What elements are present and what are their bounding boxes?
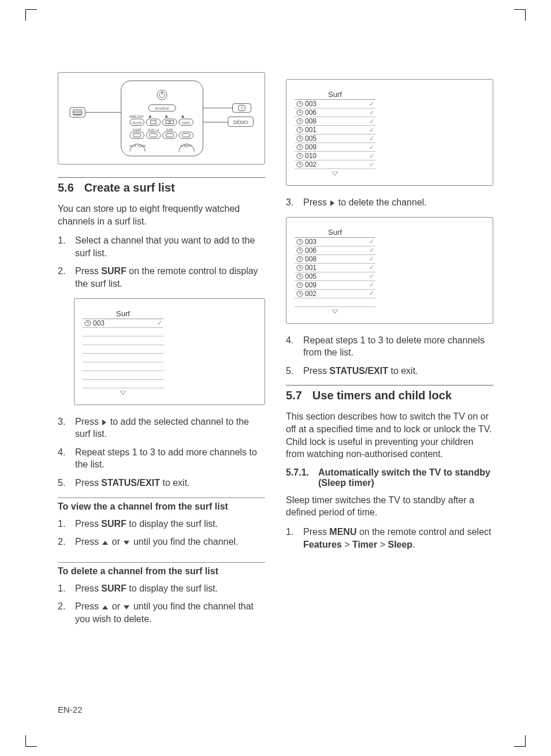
step-item: 5. Press STATUS/EXIT to exit. — [286, 365, 493, 377]
svg-text:ON/OFF: ON/OFF — [132, 121, 142, 124]
clock-icon — [296, 247, 304, 254]
surf-row: 006✓ — [295, 108, 375, 117]
step-item: 4. Repeat steps 1 to 3 to delete more ch… — [286, 334, 493, 359]
checkmark-icon: ✓ — [369, 100, 374, 108]
triangle-down-icon — [122, 537, 131, 547]
checkmark-icon: ✓ — [369, 126, 374, 134]
triangle-down-icon — [122, 601, 131, 611]
surf-channel-number: 006 — [304, 108, 369, 117]
subsection-5-7-1-heading: 5.7.1. Automatically switch the TV to st… — [286, 467, 493, 488]
svg-text:DUAL I-II: DUAL I-II — [148, 129, 159, 132]
svg-text:DEMO: DEMO — [182, 121, 190, 124]
surf-list-box: Surf 003✓ — [83, 309, 163, 398]
step-item: 1. Press MENU on the remote control and … — [286, 526, 493, 551]
surf-channel-number: 008 — [304, 255, 369, 263]
create-surf-steps-2: 3. Press to add the selected channel to … — [58, 416, 265, 489]
surf-list-box: Surf 003✓006✓008✓001✓005✓009✓002✓ — [295, 228, 375, 316]
delete-step-3: 3. Press to delete the channel. — [286, 196, 493, 209]
surf-scroll-down-icon — [83, 388, 163, 398]
surf-channel-number: 002 — [304, 290, 369, 298]
surf-list-figure-1: Surf 003✓ — [74, 298, 265, 405]
surf-channel-number: 001 — [304, 264, 369, 272]
surf-channel-number: 003 — [304, 238, 369, 246]
section-5-6-intro: You can store up to eight frequently wat… — [58, 203, 265, 227]
surf-row-empty — [83, 328, 163, 336]
surf-row: 009✓ — [295, 143, 375, 152]
step-item: 1. Select a channel that you want to add… — [58, 234, 265, 259]
create-surf-steps-1: 1. Select a channel that you want to add… — [58, 234, 265, 290]
surf-channel-number: 002 — [304, 160, 369, 169]
clock-icon — [296, 273, 304, 280]
section-number: 5.7 — [286, 389, 302, 402]
step-item: 2. Press SURF on the remote control to d… — [58, 265, 265, 290]
surf-row: 003✓ — [295, 238, 375, 246]
svg-text:DEMO: DEMO — [233, 119, 248, 125]
triangle-up-icon — [101, 537, 109, 547]
surf-row: 005✓ — [295, 272, 375, 281]
surf-row: 010✓ — [295, 152, 375, 160]
section-5-7-heading: 5.7 Use timers and child lock — [286, 385, 493, 402]
surf-title: Surf — [295, 228, 375, 238]
delete-steps-4-5: 4. Repeat steps 1 to 3 to delete more ch… — [286, 334, 493, 377]
checkmark-icon: ✓ — [369, 290, 374, 297]
clock-icon — [84, 320, 92, 327]
view-channel-steps: 1. Press SURF to display the surf list. … — [58, 518, 265, 548]
surf-title: Surf — [295, 90, 375, 100]
svg-text:SLEEP: SLEEP — [132, 129, 141, 132]
surf-row: 009✓ — [295, 281, 375, 290]
surf-channel-number: 009 — [304, 281, 369, 289]
svg-point-22 — [181, 115, 184, 118]
surf-channel-number: 005 — [304, 134, 369, 143]
section-5-7-intro: This section describes how to switch the… — [286, 410, 493, 460]
checkmark-icon: ✓ — [369, 246, 374, 254]
clock-icon — [296, 144, 304, 151]
step-item: 2. Press or until you find the channel. — [58, 536, 265, 548]
checkmark-icon: ✓ — [369, 238, 374, 245]
clock-icon — [296, 109, 304, 116]
surf-row: 001✓ — [295, 126, 375, 134]
left-column: SOURCE AMBILIGHT ON/OFF DEMO SLEEP — [58, 72, 265, 721]
step-item: 1. Press SURF to display the surf list. — [58, 518, 265, 530]
surf-row-empty — [295, 298, 375, 307]
section-number: 5.6 — [58, 181, 74, 194]
checkmark-icon: ✓ — [369, 161, 374, 169]
crop-mark-bl — [25, 735, 37, 747]
surf-row: 003✓ — [83, 319, 163, 328]
surf-list-figure-2: Surf 003✓006✓008✓001✓005✓009✓010✓002✓ — [286, 79, 493, 186]
checkmark-icon: ✓ — [369, 109, 374, 117]
svg-text:SOURCE: SOURCE — [155, 107, 169, 110]
delete-channel-steps: 1. Press SURF to display the surf list. … — [58, 582, 265, 626]
svg-text:SURF: SURF — [166, 129, 173, 132]
surf-channel-number: 005 — [304, 272, 369, 280]
clock-icon — [296, 264, 304, 271]
clock-icon — [296, 282, 304, 289]
surf-row-empty — [83, 336, 163, 345]
surf-row: 008✓ — [295, 255, 375, 264]
section-title: Use timers and child lock — [312, 389, 452, 402]
surf-list-box: Surf 003✓006✓008✓001✓005✓009✓010✓002✓ — [295, 90, 375, 178]
surf-row: 006✓ — [295, 246, 375, 255]
step-item: 2. Press or until you find the channel t… — [58, 600, 265, 625]
checkmark-icon: ✓ — [369, 264, 374, 271]
surf-row: 002✓ — [295, 290, 375, 298]
checkmark-icon: ✓ — [369, 144, 374, 151]
svg-marker-63 — [332, 309, 338, 313]
surf-row: 008✓ — [295, 117, 375, 126]
clock-icon — [296, 290, 304, 297]
svg-text:?: ? — [240, 106, 243, 111]
surf-row-empty — [83, 345, 163, 354]
surf-row: 002✓ — [295, 160, 375, 169]
crop-mark-br — [514, 735, 526, 747]
clock-icon — [296, 161, 304, 168]
surf-channel-number: 009 — [304, 143, 369, 151]
remote-control-illustration: SOURCE AMBILIGHT ON/OFF DEMO SLEEP — [69, 77, 254, 159]
clock-icon — [296, 126, 304, 133]
surf-scroll-down-icon — [295, 169, 375, 178]
surf-channel-number: 008 — [304, 117, 369, 125]
triangle-up-icon — [101, 601, 109, 611]
checkmark-icon: ✓ — [369, 135, 374, 143]
surf-channel-number: 003 — [304, 100, 369, 108]
crop-mark-tl — [25, 9, 37, 21]
step-item: 3. Press to delete the channel. — [286, 196, 493, 209]
step-item: 4. Repeat steps 1 to 3 to add more chann… — [58, 446, 265, 471]
